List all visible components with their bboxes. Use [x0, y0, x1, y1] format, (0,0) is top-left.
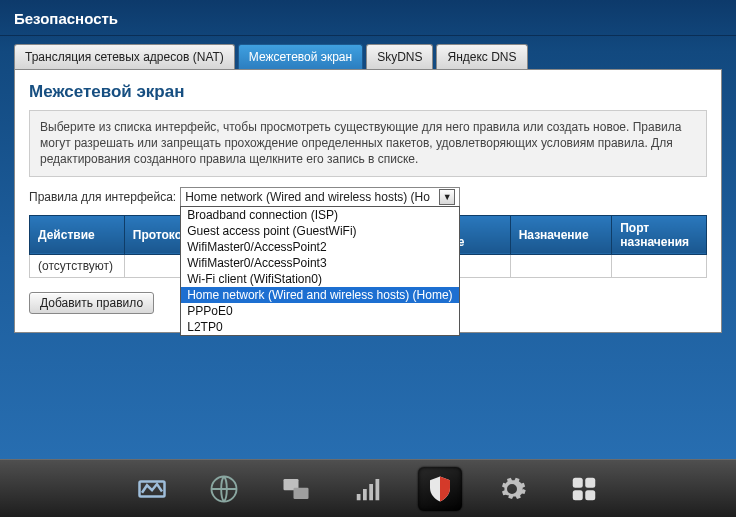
svg-rect-8: [573, 477, 583, 487]
tab-межсетевой-экран[interactable]: Межсетевой экран: [238, 44, 363, 69]
interface-option[interactable]: L2TP0: [181, 319, 459, 335]
signal-icon[interactable]: [346, 467, 390, 511]
svg-rect-6: [369, 484, 373, 500]
table-header-cell: Действие: [30, 215, 125, 254]
interface-option[interactable]: Home network (Wired and wireless hosts) …: [181, 287, 459, 303]
footer-navbar: [0, 459, 736, 517]
page-title: Безопасность: [0, 0, 736, 36]
tab-трансляция-сетевых-адресов-nat-[interactable]: Трансляция сетевых адресов (NAT): [14, 44, 235, 69]
apps-icon[interactable]: [562, 467, 606, 511]
add-rule-button[interactable]: Добавить правило: [29, 292, 154, 314]
svg-rect-9: [585, 477, 595, 487]
interface-option[interactable]: WifiMaster0/AccessPoint2: [181, 239, 459, 255]
devices-icon[interactable]: [274, 467, 318, 511]
table-header-cell: Порт назначения: [612, 215, 707, 254]
interface-label: Правила для интерфейса:: [29, 190, 176, 204]
interface-dropdown[interactable]: Broadband connection (ISP)Guest access p…: [180, 206, 460, 336]
svg-rect-3: [294, 487, 309, 498]
firewall-panel: Межсетевой экран Выберите из списка инте…: [14, 69, 722, 333]
svg-rect-5: [363, 489, 367, 500]
svg-rect-10: [573, 490, 583, 500]
info-text: Выберите из списка интерфейс, чтобы прос…: [29, 110, 707, 177]
interface-option[interactable]: Guest access point (GuestWiFi): [181, 223, 459, 239]
svg-rect-7: [376, 479, 380, 500]
interface-combo[interactable]: Home network (Wired and wireless hosts) …: [180, 187, 460, 207]
interface-combo-value: Home network (Wired and wireless hosts) …: [185, 190, 430, 204]
chevron-down-icon[interactable]: ▼: [439, 189, 455, 205]
interface-option[interactable]: WifiMaster0/AccessPoint3: [181, 255, 459, 271]
interface-option[interactable]: Broadband connection (ISP): [181, 207, 459, 223]
tab-яндекс-dns[interactable]: Яндекс DNS: [436, 44, 527, 69]
panel-title: Межсетевой экран: [29, 80, 707, 110]
globe-icon[interactable]: [202, 467, 246, 511]
gear-icon[interactable]: [490, 467, 534, 511]
shield-icon[interactable]: [418, 467, 462, 511]
table-header-cell: Протокол: [124, 215, 185, 254]
empty-cell: (отсутствуют): [30, 254, 125, 277]
svg-rect-4: [357, 494, 361, 500]
tab-bar: Трансляция сетевых адресов (NAT)Межсетев…: [0, 36, 736, 69]
interface-selector-row: Правила для интерфейса: Home network (Wi…: [29, 187, 707, 207]
svg-rect-11: [585, 490, 595, 500]
interface-option[interactable]: PPPoE0: [181, 303, 459, 319]
table-header-cell: Назначение: [510, 215, 612, 254]
interface-option[interactable]: Wi-Fi client (WifiStation0): [181, 271, 459, 287]
tab-skydns[interactable]: SkyDNS: [366, 44, 433, 69]
interface-combo-field[interactable]: Home network (Wired and wireless hosts) …: [180, 187, 460, 207]
dashboard-icon[interactable]: [130, 467, 174, 511]
